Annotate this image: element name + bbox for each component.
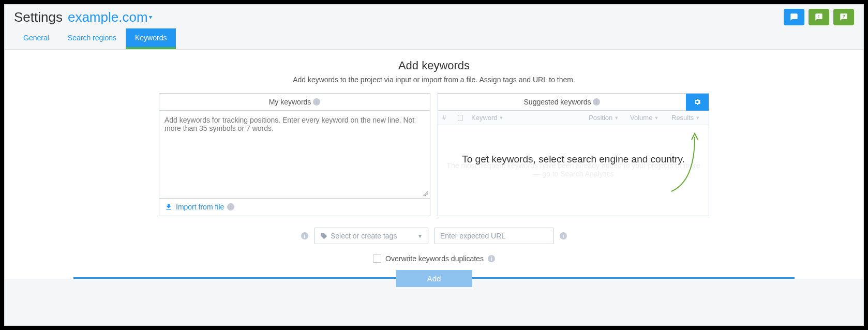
controls-row: i Select or create tags ▼ i xyxy=(5,228,863,244)
suggested-header-row: Suggested keywords i xyxy=(438,94,709,111)
page-header: Settings example.com ▾ xyxy=(5,5,863,25)
url-input[interactable] xyxy=(435,228,553,244)
overwrite-checkbox[interactable] xyxy=(373,254,381,263)
info-icon[interactable]: i xyxy=(560,232,567,239)
my-keywords-panel: My keywords i Import from file i xyxy=(159,93,430,216)
page-title: Add keywords xyxy=(5,59,863,72)
help-button[interactable] xyxy=(833,9,854,25)
overlay-message: To get keywords, select search engine an… xyxy=(438,152,709,167)
content-area: Add keywords Add keywords to the project… xyxy=(5,50,863,279)
add-button[interactable]: Add xyxy=(396,270,472,287)
col-position[interactable]: Position▼ xyxy=(585,111,626,125)
col-select[interactable] xyxy=(454,111,467,125)
overwrite-row: Overwrite keywords duplicates i xyxy=(5,254,863,263)
col-keyword[interactable]: Keyword▼ xyxy=(467,111,585,125)
settings-title: Settings xyxy=(14,9,63,25)
import-label: Import from file xyxy=(176,203,224,211)
domain-selector[interactable]: example.com ▾ xyxy=(68,9,152,25)
help-icon xyxy=(839,13,848,21)
col-volume[interactable]: Volume▼ xyxy=(626,111,667,125)
info-icon[interactable]: i xyxy=(488,255,495,262)
suggested-keywords-panel: Suggested keywords i # Keyword▼ Position… xyxy=(438,93,709,216)
my-keywords-header: My keywords i xyxy=(159,94,430,111)
caret-down-icon: ▼ xyxy=(417,233,423,239)
chat-icon xyxy=(789,13,799,21)
download-icon xyxy=(164,203,173,211)
sort-icon: ▼ xyxy=(695,115,700,121)
alert-icon xyxy=(814,13,824,21)
sort-icon: ▼ xyxy=(654,115,659,121)
sort-icon: ▼ xyxy=(614,115,619,121)
footer-bar: Add xyxy=(5,277,863,279)
select-all-checkbox[interactable] xyxy=(458,115,463,121)
caret-down-icon: ▾ xyxy=(149,13,152,21)
keywords-textarea[interactable] xyxy=(159,111,430,196)
suggested-header-label: Suggested keywords xyxy=(524,98,591,106)
tab-general[interactable]: General xyxy=(14,28,58,49)
domain-label: example.com xyxy=(68,9,148,25)
tags-placeholder: Select or create tags xyxy=(331,232,397,240)
panels-row: My keywords i Import from file i Suggest… xyxy=(5,93,863,216)
col-results[interactable]: Results▼ xyxy=(667,111,709,125)
tab-keywords[interactable]: Keywords xyxy=(126,28,176,49)
suggested-body: The most frequent keywords have been alr… xyxy=(438,125,709,216)
header-left: Settings example.com ▾ xyxy=(14,9,152,25)
sort-icon: ▼ xyxy=(499,115,504,121)
col-index: # xyxy=(438,111,454,125)
tab-search-regions[interactable]: Search regions xyxy=(58,28,126,49)
info-icon[interactable]: i xyxy=(301,232,308,239)
import-from-file-link[interactable]: Import from file i xyxy=(159,198,430,215)
my-keywords-header-label: My keywords xyxy=(269,98,311,106)
tabs-nav: General Search regions Keywords xyxy=(5,28,863,50)
suggested-table-header: # Keyword▼ Position▼ Volume▼ Results▼ xyxy=(438,111,709,125)
alert-button[interactable] xyxy=(809,9,829,25)
settings-page: Settings example.com ▾ General Search re… xyxy=(4,4,864,326)
suggested-settings-button[interactable] xyxy=(686,94,709,111)
overwrite-label: Overwrite keywords duplicates xyxy=(385,254,484,263)
header-right xyxy=(784,9,854,25)
chat-button[interactable] xyxy=(784,9,804,25)
info-icon[interactable]: i xyxy=(227,203,234,211)
tags-select[interactable]: Select or create tags ▼ xyxy=(315,228,428,244)
suggested-header: Suggested keywords i xyxy=(438,94,686,111)
page-subtitle: Add keywords to the project via input or… xyxy=(5,76,863,84)
info-icon[interactable]: i xyxy=(313,98,320,106)
keywords-textarea-wrap xyxy=(159,111,430,198)
info-icon[interactable]: i xyxy=(593,98,600,106)
gear-icon xyxy=(693,98,701,106)
tag-icon xyxy=(320,232,327,239)
